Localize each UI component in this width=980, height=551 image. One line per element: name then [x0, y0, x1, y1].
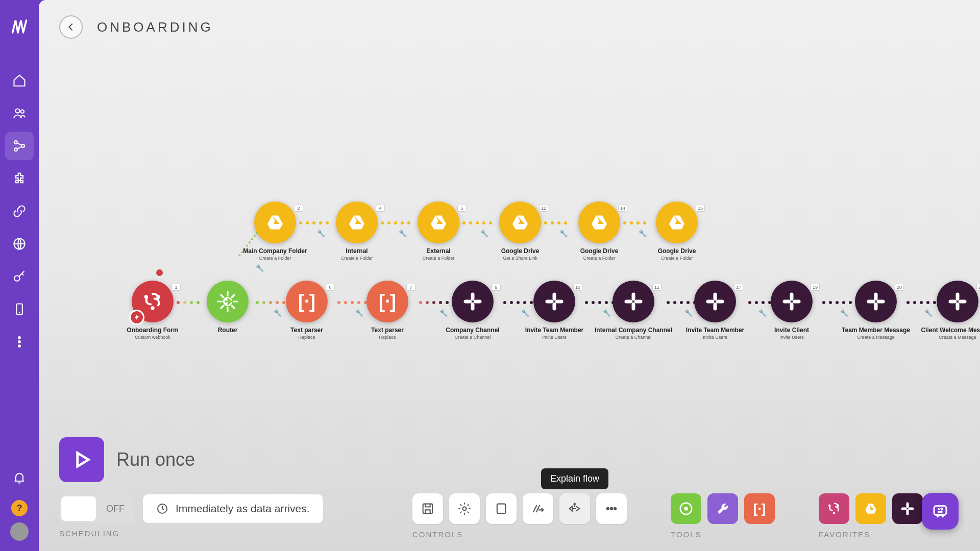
run-once-button[interactable] [59, 437, 104, 482]
svg-point-47 [607, 508, 609, 510]
svg-rect-23 [632, 293, 635, 301]
module-node[interactable]: 9 Company ChannelCreate a Channel [439, 281, 506, 340]
svg-point-10 [18, 345, 20, 347]
nav-keys[interactable] [5, 262, 34, 291]
tooltip: Explain flow [541, 468, 608, 489]
module-node[interactable]: 19 Invite ClientInvite Users [758, 281, 825, 340]
favorite-google-drive[interactable] [855, 493, 886, 524]
svg-rect-58 [908, 508, 914, 510]
svg-rect-17 [464, 300, 472, 304]
svg-point-11 [144, 295, 148, 298]
svg-rect-29 [706, 300, 715, 304]
help-badge[interactable]: ? [11, 500, 28, 516]
module-node[interactable]: 17 Invite Team MemberInvite Users [682, 281, 748, 340]
svg-rect-22 [555, 300, 564, 304]
favorites-section-label: FAVORITES [819, 530, 960, 539]
help-fab[interactable] [922, 493, 959, 530]
run-once-label: Run once [116, 449, 195, 470]
svg-rect-39 [956, 293, 960, 301]
svg-point-45 [463, 507, 467, 511]
auto-align-button[interactable] [523, 493, 553, 524]
svg-rect-18 [474, 300, 482, 304]
module-node[interactable]: 14 Google DriveCreate a Folder [566, 202, 632, 261]
svg-rect-35 [874, 293, 878, 301]
module-node[interactable]: 15 Google DriveCreate a Folder [644, 202, 710, 261]
tool-text-parser[interactable]: [·] [744, 493, 775, 524]
module-node[interactable]: 2 Main Company FolderCreate a Folder [242, 202, 308, 261]
trigger-badge [129, 310, 144, 325]
svg-rect-31 [790, 293, 794, 301]
nav-webhooks[interactable] [5, 230, 34, 258]
module-node[interactable]: [·]7 Text parserReplace [354, 281, 421, 340]
svg-rect-24 [632, 303, 635, 311]
svg-rect-30 [716, 300, 724, 304]
svg-rect-38 [877, 300, 885, 304]
svg-rect-44 [423, 504, 433, 514]
module-node[interactable]: [·]6 Text parserReplace [274, 281, 340, 340]
module-node[interactable]: 1 Onboarding FormCustom webhook [119, 281, 186, 340]
nav-scenarios[interactable] [5, 132, 34, 160]
svg-rect-28 [714, 303, 717, 311]
scheduling-description[interactable]: Immediately as data arrives. [143, 494, 323, 523]
svg-rect-16 [471, 303, 475, 311]
svg-rect-42 [959, 300, 967, 304]
tools-section-label: TOOLS [671, 530, 775, 539]
svg-point-12 [156, 295, 160, 298]
tool-tools[interactable] [707, 493, 738, 524]
svg-rect-27 [714, 293, 717, 301]
module-node[interactable]: 5 ExternalCreate a Folder [405, 202, 472, 261]
module-node[interactable]: 21 Client Welcome MessageCreate a Messag… [924, 281, 980, 340]
favorite-slack[interactable] [892, 493, 923, 524]
module-node[interactable]: 20 Team Member MessageCreate a Message [843, 281, 909, 340]
svg-rect-20 [553, 303, 556, 311]
svg-rect-37 [867, 300, 875, 304]
nav-team[interactable] [5, 99, 34, 128]
settings-button[interactable] [449, 493, 480, 524]
svg-rect-41 [949, 300, 957, 304]
scheduling-toggle[interactable]: OFF [59, 494, 134, 523]
nav-notifications[interactable] [5, 463, 34, 492]
tool-flow-control[interactable] [671, 493, 701, 524]
wrench-icon[interactable]: 🔧 [256, 264, 264, 272]
favorite-webhook[interactable] [819, 493, 849, 524]
bottom-toolbar: Run once OFF Immediately as data arrives… [59, 437, 960, 539]
svg-rect-40 [956, 303, 960, 311]
svg-point-13 [151, 306, 154, 310]
svg-rect-56 [906, 509, 909, 515]
back-button[interactable] [59, 15, 83, 39]
app-logo[interactable] [7, 14, 32, 39]
explain-flow-button[interactable]: Explain flow [559, 493, 590, 524]
save-button[interactable] [412, 493, 443, 524]
svg-point-8 [18, 337, 20, 339]
svg-rect-26 [634, 300, 643, 304]
svg-rect-59 [934, 506, 946, 515]
more-controls-button[interactable] [596, 493, 627, 524]
svg-point-52 [828, 505, 831, 507]
svg-point-0 [15, 109, 19, 113]
status-dot [156, 269, 163, 276]
svg-rect-34 [793, 300, 801, 304]
module-node[interactable]: 4 InternalCreate a Folder [324, 202, 390, 261]
module-node[interactable]: Router [194, 281, 261, 334]
module-node[interactable]: 11 Internal Company ChannelCreate a Chan… [600, 281, 667, 340]
svg-rect-33 [783, 300, 791, 304]
scheduling-section-label: SCHEDULING [59, 529, 323, 538]
scenario-title: ONBOARDING [97, 19, 213, 35]
module-node[interactable]: 12 Google DriveGet a Share Link [487, 202, 553, 261]
svg-rect-25 [625, 300, 633, 304]
nav-home[interactable] [5, 66, 34, 95]
nav-connections[interactable] [5, 197, 34, 226]
module-node[interactable]: 10 Invite Team MemberInvite Users [521, 281, 587, 340]
notes-button[interactable] [486, 493, 517, 524]
svg-rect-55 [906, 503, 909, 508]
nav-templates[interactable] [5, 164, 34, 193]
main-canvas-area: ONBOARDING 🔧 🔧 🔧 🔧 🔧 🔧 🔧 🔧 🔧 🔧 🔧 🔧 � [39, 0, 980, 551]
svg-rect-19 [553, 293, 556, 301]
svg-point-54 [833, 512, 836, 515]
svg-point-53 [837, 505, 839, 507]
svg-rect-15 [471, 293, 475, 301]
nav-devices[interactable] [5, 295, 34, 323]
nav-more[interactable] [5, 328, 34, 356]
user-avatar[interactable] [10, 522, 29, 541]
svg-point-1 [21, 110, 24, 113]
